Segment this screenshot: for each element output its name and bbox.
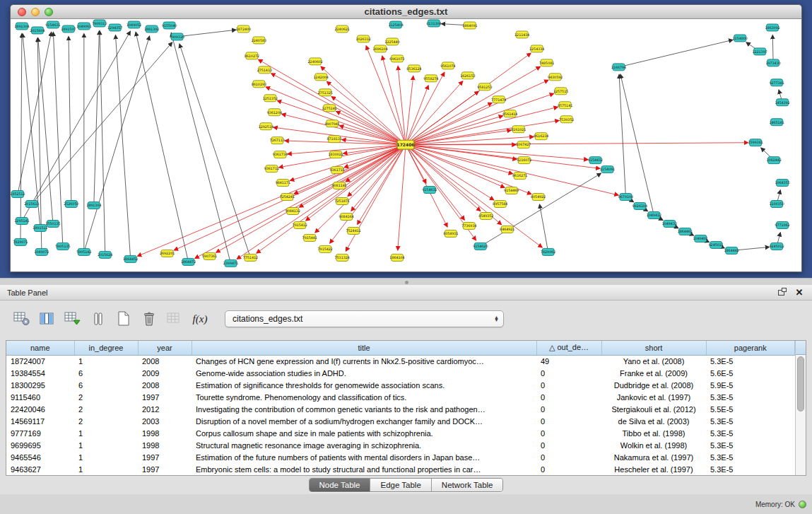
- column-header[interactable]: pagerank: [706, 341, 795, 355]
- table-cell[interactable]: Dudbridge et al. (2008): [601, 379, 706, 391]
- table-mode-button[interactable]: [11, 309, 33, 329]
- column-header[interactable]: title: [192, 341, 536, 355]
- graph-node[interactable]: 8575141: [558, 102, 572, 109]
- graph-node[interactable]: 9561074: [440, 62, 455, 69]
- table-cell[interactable]: 5.3E-5: [706, 415, 795, 427]
- table-cell[interactable]: Yano et al. (2008): [601, 355, 706, 367]
- table-cell[interactable]: 5.6E-5: [706, 367, 795, 379]
- graph-node[interactable]: 9154620: [473, 243, 488, 250]
- graph-node[interactable]: 1891507: [61, 25, 76, 33]
- table-cell[interactable]: 18300295: [6, 379, 74, 391]
- graph-node[interactable]: 6961073: [389, 55, 404, 62]
- table-cell[interactable]: Nakamura et al. (1997): [601, 451, 706, 463]
- table-row[interactable]: 911546021997Tourette syndrome. Phenomeno…: [6, 391, 795, 403]
- graph-node[interactable]: 1082442: [766, 157, 781, 164]
- table-cell[interactable]: 19384554: [6, 367, 74, 379]
- graph-node[interactable]: 9081141: [332, 182, 347, 189]
- network-window-titlebar[interactable]: citations_edges.txt: [11, 5, 801, 19]
- graph-node[interactable]: 9084164: [339, 214, 354, 221]
- graph-node[interactable]: 8131304: [426, 20, 441, 27]
- graph-node[interactable]: 7736934: [461, 222, 476, 229]
- graph-node[interactable]: 1242004: [314, 74, 329, 81]
- table-cell[interactable]: Genome-wide association studies in ADHD.: [192, 367, 536, 379]
- graph-node[interactable]: 1049401: [693, 235, 708, 242]
- graph-node[interactable]: 1292514: [259, 123, 273, 130]
- table-cell[interactable]: 5.3E-5: [706, 451, 795, 463]
- table-cell[interactable]: Investigating the contribution of common…: [192, 403, 536, 415]
- graph-node[interactable]: 9430592: [548, 74, 563, 81]
- column-header[interactable]: name: [6, 341, 74, 355]
- table-cell[interactable]: 5.5E-5: [706, 403, 795, 415]
- table-row[interactable]: 969969511998Structural magnetic resonanc…: [6, 439, 795, 451]
- graph-node[interactable]: 7915422: [318, 245, 333, 252]
- graph-node[interactable]: 9361712: [264, 165, 279, 173]
- close-window-button[interactable]: [18, 8, 26, 16]
- graph-node[interactable]: 1251352: [263, 95, 278, 102]
- graph-node[interactable]: 1891304: [14, 23, 29, 30]
- graph-node[interactable]: 1465141: [769, 119, 784, 126]
- graph-node[interactable]: 2240583: [252, 37, 266, 44]
- graph-node[interactable]: 2240602: [308, 58, 323, 65]
- graph-node[interactable]: 1864452: [123, 255, 138, 262]
- table-row[interactable]: 1456911722003Disruption of a novel membe…: [6, 415, 795, 427]
- table-row[interactable]: 2242004622012Investigating the contribut…: [6, 403, 795, 415]
- graph-node[interactable]: 7485081: [539, 59, 554, 66]
- table-cell[interactable]: 1997: [138, 391, 192, 403]
- new-table-button[interactable]: [113, 309, 134, 329]
- table-cell[interactable]: 0: [536, 451, 601, 463]
- graph-node[interactable]: 1257515: [553, 88, 568, 95]
- graph-node[interactable]: 9581253: [477, 83, 492, 90]
- table-row[interactable]: 1938455462009Genome-wide association stu…: [6, 367, 795, 379]
- graph-node[interactable]: 3216072: [517, 157, 531, 164]
- table-cell[interactable]: 9465546: [6, 451, 74, 463]
- table-cell[interactable]: 5.3E-5: [706, 391, 795, 403]
- graph-node[interactable]: 8616271: [512, 173, 527, 180]
- graph-hub-node[interactable]: 172406: [397, 140, 415, 149]
- graph-node[interactable]: 8054922: [531, 194, 546, 201]
- tab-node-table[interactable]: Node Table: [310, 479, 371, 491]
- graph-node[interactable]: 1626153: [460, 72, 475, 79]
- table-vertical-scrollbar[interactable]: [795, 341, 806, 475]
- graph-node[interactable]: 1125404: [388, 21, 403, 28]
- graph-node[interactable]: 8957584: [493, 201, 507, 208]
- scrollbar-thumb[interactable]: [797, 356, 804, 411]
- table-cell[interactable]: 1: [74, 451, 138, 463]
- table-cell[interactable]: 1: [74, 463, 138, 475]
- graph-node[interactable]: 1026312: [355, 35, 370, 42]
- table-cell[interactable]: Structural magnetic resonance image aver…: [192, 439, 536, 451]
- table-cell[interactable]: 1998: [138, 427, 192, 439]
- table-cell[interactable]: 2009: [138, 367, 192, 379]
- graph-node[interactable]: 9154432: [588, 157, 603, 164]
- graph-node[interactable]: 7524411: [346, 227, 360, 234]
- table-cell[interactable]: Tourette syndrome. Phenomenology and cla…: [192, 391, 536, 403]
- table-cell[interactable]: Estimation of significance thresholds fo…: [192, 379, 536, 391]
- table-row[interactable]: 946554611997Estimation of the future num…: [6, 451, 795, 463]
- table-cell[interactable]: 5.3E-5: [706, 427, 795, 439]
- graph-node[interactable]: 1064355: [775, 180, 789, 187]
- graph-node[interactable]: 6771062: [775, 221, 789, 228]
- network-selector-dropdown[interactable]: citations_edges.txt ▲▼: [225, 310, 504, 327]
- graph-node[interactable]: 5905135: [55, 243, 70, 250]
- table-row[interactable]: 1872400712008Changes of HCN gene express…: [6, 355, 795, 367]
- graph-node[interactable]: 9558274: [423, 75, 438, 82]
- graph-node[interactable]: 8161021: [511, 126, 526, 133]
- table-cell[interactable]: 0: [536, 427, 601, 439]
- graph-node[interactable]: 1166794: [611, 64, 626, 71]
- graph-node[interactable]: 1864472: [181, 258, 196, 265]
- table-cell[interactable]: 5.3E-5: [706, 439, 795, 451]
- table-cell[interactable]: 2: [74, 391, 138, 403]
- graph-node[interactable]: 7531324: [335, 254, 350, 261]
- graph-node[interactable]: 1211434: [514, 31, 529, 38]
- graph-node[interactable]: 9907941: [325, 120, 340, 127]
- table-cell[interactable]: 0: [536, 403, 601, 415]
- float-panel-button[interactable]: [775, 288, 787, 298]
- graph-node[interactable]: 8561414: [502, 110, 517, 117]
- table-cell[interactable]: 1997: [138, 451, 192, 463]
- graph-node[interactable]: 2015604: [30, 27, 45, 34]
- table-row[interactable]: 946362711997Embryonic stem cells: a mode…: [6, 463, 795, 475]
- graph-node[interactable]: 9154631: [45, 21, 60, 28]
- table-cell[interactable]: 1: [74, 427, 138, 439]
- graph-node[interactable]: 8054931: [443, 230, 458, 237]
- splitter-grip[interactable]: [405, 281, 408, 284]
- graph-node[interactable]: 1154091: [600, 166, 615, 173]
